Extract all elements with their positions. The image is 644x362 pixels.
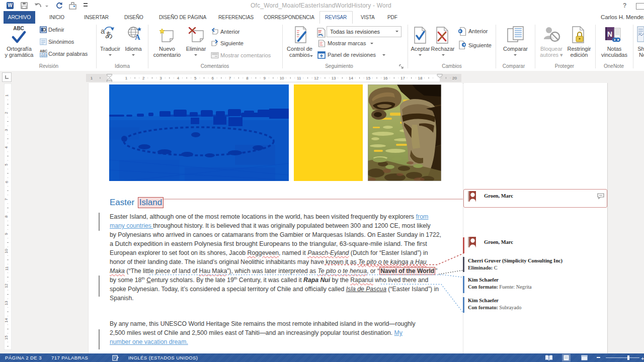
svg-text:14: 14 bbox=[349, 76, 353, 80]
svg-text:13: 13 bbox=[332, 76, 336, 80]
svg-text:12: 12 bbox=[314, 76, 318, 80]
svg-text:5: 5 bbox=[194, 76, 197, 80]
svg-text:3: 3 bbox=[159, 76, 162, 80]
svg-text:18: 18 bbox=[418, 76, 422, 80]
svg-text:16: 16 bbox=[383, 76, 388, 80]
svg-text:11: 11 bbox=[297, 76, 301, 80]
svg-text:4: 4 bbox=[177, 76, 180, 80]
svg-text:9: 9 bbox=[263, 76, 266, 80]
svg-text:15: 15 bbox=[366, 76, 370, 80]
svg-text:N: N bbox=[607, 30, 612, 38]
svg-text:2: 2 bbox=[142, 76, 145, 80]
svg-text:8: 8 bbox=[246, 76, 249, 80]
svg-text:6: 6 bbox=[211, 76, 214, 80]
svg-text:10: 10 bbox=[280, 76, 284, 80]
svg-text:20: 20 bbox=[452, 76, 457, 80]
svg-text:1: 1 bbox=[91, 76, 93, 80]
svg-text:17: 17 bbox=[400, 76, 405, 80]
svg-text:1: 1 bbox=[125, 76, 128, 80]
svg-text:A: A bbox=[135, 33, 140, 41]
svg-text:7: 7 bbox=[229, 76, 231, 80]
